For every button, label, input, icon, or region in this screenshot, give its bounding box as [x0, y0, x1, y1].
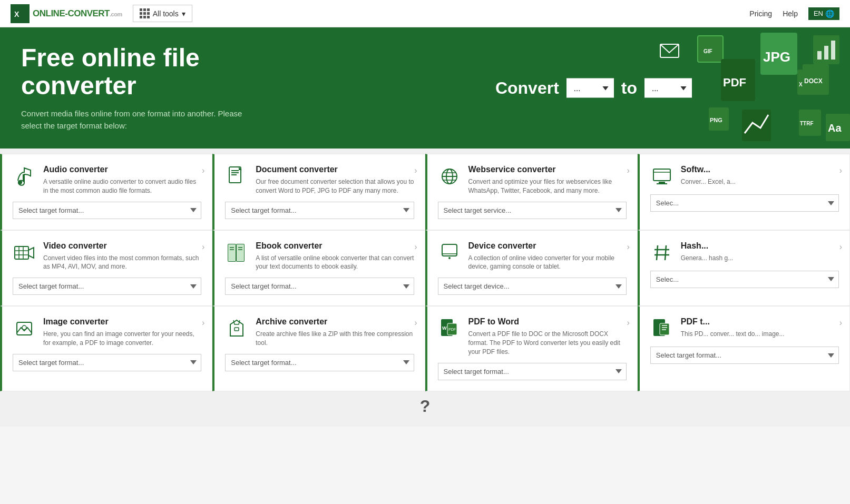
document-card-title: Document converter: [256, 165, 414, 174]
image-format-select[interactable]: Select target format...: [13, 354, 201, 371]
svg-rect-47: [237, 244, 244, 261]
webservice-card-title: Webservice converter: [468, 165, 627, 174]
svg-rect-14: [803, 64, 829, 95]
logo-icon: X: [11, 4, 30, 23]
video-converter-card[interactable]: Video converter Convert video files into…: [0, 230, 212, 307]
svg-rect-28: [231, 172, 239, 173]
pdf-word-card-desc: Convert a PDF file to DOC or the Microso…: [468, 330, 627, 356]
archive-format-select[interactable]: Select target format...: [225, 354, 414, 371]
audio-format-select[interactable]: Select target format...: [13, 202, 201, 219]
chart-line-badge: [742, 110, 771, 143]
ebook-converter-card[interactable]: Ebook converter A list of versatile onli…: [212, 230, 425, 307]
chart-badge: [813, 35, 839, 66]
nav-right: Pricing Help EN 🌐: [749, 7, 839, 20]
pdf-word-format-select[interactable]: Select target format...: [438, 363, 627, 380]
hero-decorative-icons: GIF JPG XLSX PDF DOCX PNG TTRF: [681, 27, 850, 149]
archive-converter-card[interactable]: Archive converter Create archive files l…: [212, 306, 425, 391]
ebook-format-select[interactable]: Select target format...: [225, 278, 414, 295]
audio-card-desc: A versatile online audio converter to co…: [43, 177, 201, 195]
convert-to-select[interactable]: ...: [644, 78, 692, 98]
grid-icon: [140, 8, 150, 18]
convert-from-select[interactable]: ...: [566, 78, 614, 98]
document-converter-card[interactable]: Document converter Our free document con…: [212, 154, 425, 230]
svg-rect-4: [760, 33, 797, 75]
svg-rect-8: [824, 46, 828, 60]
svg-rect-29: [231, 174, 237, 175]
hash-converter-card[interactable]: Hash... Genera... hash g... › Selec...: [638, 230, 850, 307]
jpg-badge: JPG: [760, 33, 797, 77]
svg-line-55: [657, 245, 658, 260]
svg-rect-18: [742, 110, 771, 141]
bottom-bar: ?: [0, 391, 850, 421]
video-format-select[interactable]: Select target format...: [13, 278, 201, 295]
svg-rect-62: [235, 328, 239, 331]
hash-card-desc: Genera... hash g...: [681, 254, 839, 263]
hero-subtitle: Convert media files online from one form…: [21, 108, 263, 132]
audio-icon: [13, 165, 36, 188]
video-card-desc: Convert video files into the most common…: [43, 254, 201, 272]
device-card-arrow: ›: [627, 242, 629, 252]
software-format-select[interactable]: Selec...: [650, 194, 839, 212]
image-card-desc: Here, you can find an image converter fo…: [43, 330, 201, 348]
aa-badge: Aa: [826, 114, 850, 143]
webservice-format-select[interactable]: Select target service...: [438, 202, 627, 219]
audio-converter-card[interactable]: Audio converter A versatile online audio…: [0, 154, 212, 230]
device-card-desc: A collection of online video converter f…: [468, 254, 627, 272]
all-tools-button[interactable]: All tools ▾: [133, 5, 192, 22]
pdf-t-converter-card[interactable]: PDF t... This PD... conver... text do...…: [638, 306, 850, 391]
to-label: to: [621, 78, 637, 98]
hash-card-arrow: ›: [839, 242, 842, 252]
archive-card-desc: Create archive files like a ZIP with thi…: [256, 330, 414, 348]
logo[interactable]: X ONLINE-CONVERT.com: [11, 4, 122, 23]
ebook-card-arrow: ›: [414, 242, 417, 252]
webservice-card-arrow: ›: [627, 166, 629, 175]
document-format-select[interactable]: Select target format...: [225, 202, 414, 219]
webservice-converter-card[interactable]: Webservice converter Convert and optimiz…: [425, 154, 638, 230]
software-converter-card[interactable]: Softw... Conver... Excel, a... › Selec..…: [638, 154, 850, 230]
device-format-select[interactable]: Select target device...: [438, 278, 627, 295]
svg-text:JPG: JPG: [763, 49, 790, 65]
svg-rect-12: [721, 59, 755, 101]
svg-rect-23: [658, 38, 681, 63]
software-card-arrow: ›: [839, 166, 842, 175]
pdf-t-icon: [650, 317, 673, 340]
svg-rect-6: [813, 35, 839, 64]
ebook-icon: [225, 241, 248, 264]
image-converter-card[interactable]: Image converter Here, you can find an im…: [0, 306, 212, 391]
svg-rect-10: [797, 70, 818, 95]
image-card-arrow: ›: [202, 318, 204, 328]
gif-badge: GIF: [697, 35, 724, 63]
svg-line-56: [665, 245, 666, 260]
svg-text:GIF: GIF: [704, 48, 712, 54]
svg-text:PDF: PDF: [448, 328, 456, 331]
software-icon: [650, 165, 673, 188]
converter-grid: Audio converter A versatile online audio…: [0, 154, 850, 391]
pdf-word-icon: WPDF: [438, 317, 461, 340]
help-link[interactable]: Help: [783, 9, 798, 18]
language-button[interactable]: EN 🌐: [808, 7, 839, 20]
svg-rect-35: [653, 169, 670, 181]
archive-icon: [225, 317, 248, 340]
webservice-card-desc: Convert and optimize your files for webs…: [468, 177, 627, 195]
software-card-desc: Conver... Excel, a...: [681, 177, 839, 186]
document-card-desc: Our free document converter selection th…: [256, 177, 414, 195]
ebook-card-title: Ebook converter: [256, 241, 414, 251]
hero-converter: Convert ... to ...: [495, 78, 692, 98]
pdf-t-format-select[interactable]: Select target format...: [650, 347, 839, 364]
png-badge: PNG: [709, 107, 729, 133]
hero-text-area: Free online file converter Convert media…: [21, 44, 316, 132]
svg-text:X: X: [14, 10, 19, 18]
video-icon: [13, 241, 36, 264]
hash-format-select[interactable]: Selec...: [650, 271, 839, 288]
svg-rect-27: [231, 170, 239, 171]
pricing-link[interactable]: Pricing: [749, 9, 772, 18]
pdf-t-card-title: PDF t...: [681, 317, 839, 327]
device-converter-card[interactable]: Device converter A collection of online …: [425, 230, 638, 307]
pdf-word-converter-card[interactable]: WPDF PDF to Word Convert a PDF file to D…: [425, 306, 638, 391]
svg-text:DOCX: DOCX: [804, 77, 823, 85]
svg-text:TTRF: TTRF: [800, 121, 814, 126]
svg-text:PNG: PNG: [710, 117, 722, 123]
document-icon: [225, 165, 248, 188]
hero-banner: Free online file converter Convert media…: [0, 27, 850, 149]
svg-rect-2: [702, 39, 718, 58]
